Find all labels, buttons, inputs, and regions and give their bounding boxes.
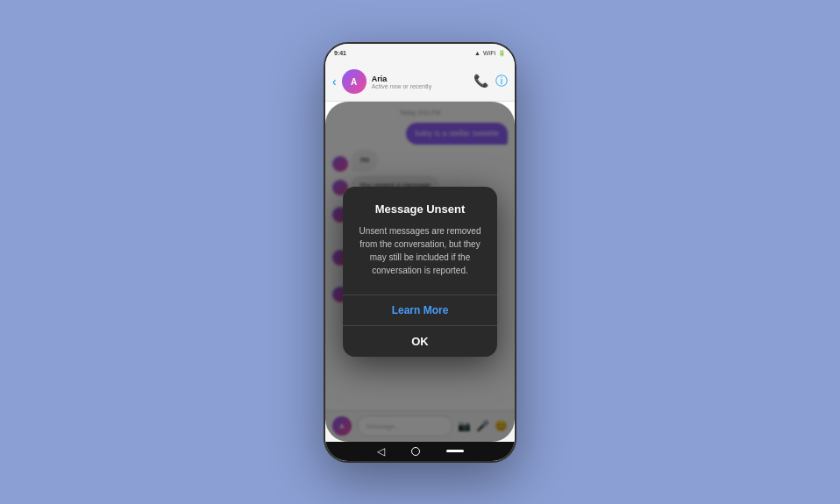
modal-overlay: Message Unsent Unsent messages are remov…: [325, 102, 515, 442]
learn-more-button[interactable]: Learn More: [343, 295, 497, 325]
modal-content: Message Unsent Unsent messages are remov…: [343, 187, 497, 295]
phone-frame: 9:41 ▲ WiFi 🔋 ‹ A Aria Active now or rec…: [324, 42, 516, 463]
contact-status: Active now or recently: [372, 83, 468, 89]
contact-info: Aria Active now or recently: [372, 75, 468, 89]
modal-description: Unsent messages are removed from the con…: [357, 224, 483, 277]
message-unsent-dialog: Message Unsent Unsent messages are remov…: [343, 187, 497, 357]
battery-icon: 🔋: [498, 50, 506, 57]
nav-recents-button[interactable]: [446, 450, 464, 452]
back-button[interactable]: ‹: [332, 75, 337, 89]
wifi-icon: WiFi: [483, 50, 495, 56]
chat-area: Today 3:41 PM baby is a stellar sweetie …: [325, 102, 515, 442]
page-background: 9:41 ▲ WiFi 🔋 ‹ A Aria Active now or rec…: [0, 0, 840, 504]
status-bar: 9:41 ▲ WiFi 🔋: [325, 44, 515, 63]
contact-name: Aria: [372, 75, 468, 83]
status-icons: ▲ WiFi 🔋: [474, 50, 506, 57]
nav-home-button[interactable]: [411, 447, 420, 456]
nav-back-button[interactable]: ◁: [377, 445, 385, 458]
chat-header: ‹ A Aria Active now or recently 📞 ⓘ: [325, 63, 515, 102]
status-time: 9:41: [334, 50, 346, 56]
contact-avatar: A: [342, 69, 367, 94]
info-icon[interactable]: ⓘ: [495, 74, 508, 89]
ok-button[interactable]: OK: [343, 326, 497, 357]
header-action-icons: 📞 ⓘ: [473, 74, 508, 89]
signal-icon: ▲: [474, 50, 481, 56]
nav-bar: ◁: [325, 442, 515, 461]
modal-title: Message Unsent: [357, 202, 483, 216]
video-call-icon[interactable]: 📞: [473, 74, 488, 89]
